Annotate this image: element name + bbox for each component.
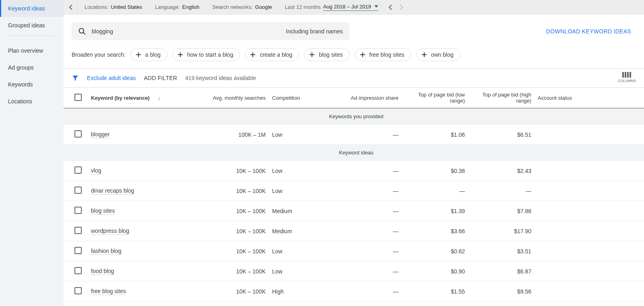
language-selector[interactable]: Language: English bbox=[149, 4, 206, 10]
date-prev-button[interactable] bbox=[385, 2, 396, 13]
columns-label: COLUMNS bbox=[618, 79, 636, 83]
cell-status bbox=[535, 181, 644, 201]
columns-button[interactable]: COLUMNS bbox=[618, 72, 636, 83]
cell-bid-low: — bbox=[402, 181, 468, 201]
col-keyword[interactable]: Keyword (by relevance)↓ bbox=[88, 88, 176, 108]
sidebar-item-ad-groups[interactable]: Ad groups bbox=[0, 59, 64, 76]
main-content: Locations: United States Language: Engli… bbox=[64, 0, 644, 306]
topbar: Locations: United States Language: Engli… bbox=[64, 0, 644, 14]
cell-bid-high: $9.56 bbox=[468, 281, 535, 302]
chip-label: how to start a blog bbox=[187, 51, 233, 58]
date-range-selector[interactable]: Last 12 months Aug 2018 – Jul 2019 bbox=[279, 4, 385, 11]
cell-impression: — bbox=[335, 161, 402, 181]
sidebar-item-keyword-ideas[interactable]: Keyword ideas bbox=[0, 0, 64, 17]
row-checkbox[interactable] bbox=[74, 267, 82, 274]
exclude-adult-toggle[interactable]: Exclude adult ideas bbox=[87, 75, 136, 81]
sidebar-item-plan-overview[interactable]: Plan overview bbox=[0, 42, 64, 59]
col-account-status[interactable]: Account status bbox=[535, 88, 644, 108]
svg-line-1 bbox=[83, 33, 85, 35]
sidebar-divider bbox=[8, 35, 56, 36]
cell-keyword: vlog bbox=[88, 161, 176, 181]
cell-keyword: wordpress blog bbox=[88, 221, 176, 241]
sort-arrow-down-icon: ↓ bbox=[158, 95, 161, 101]
cell-competition: Medium bbox=[269, 221, 335, 241]
search-icon bbox=[78, 27, 86, 35]
columns-icon bbox=[618, 72, 636, 78]
table-section-header: Keyword ideas bbox=[64, 145, 644, 161]
col-bid-low[interactable]: Top of page bid (low range) bbox=[402, 88, 468, 108]
cell-competition: Low bbox=[269, 261, 335, 281]
chip-label: create a blog bbox=[260, 51, 292, 58]
download-button[interactable]: DOWNLOAD KEYWORD IDEAS bbox=[546, 28, 636, 35]
sidebar-item-locations[interactable]: Locations bbox=[0, 93, 64, 110]
sidebar-item-keywords[interactable]: Keywords bbox=[0, 76, 64, 93]
cell-status bbox=[535, 221, 644, 241]
locations-value: United States bbox=[111, 4, 142, 10]
add-filter-button[interactable]: ADD FILTER bbox=[144, 75, 177, 81]
networks-selector[interactable]: Search networks: Google bbox=[206, 4, 278, 10]
cell-keyword: food blog bbox=[88, 261, 176, 281]
filter-icon bbox=[72, 74, 79, 82]
plus-icon bbox=[421, 52, 427, 58]
table-section-header: Keywords you provided bbox=[64, 108, 644, 125]
col-avg-searches[interactable]: Avg. monthly searches bbox=[176, 88, 269, 108]
cell-avg: 10K – 100K bbox=[176, 261, 269, 281]
cell-bid-high: $17.90 bbox=[468, 221, 535, 241]
col-impression-share[interactable]: Ad impression share bbox=[335, 88, 402, 108]
cell-bid-low: $0.62 bbox=[402, 241, 468, 261]
cell-impression: — bbox=[335, 281, 402, 302]
table-row: blog sites10K – 100KMedium—$1.39$7.88 bbox=[64, 201, 644, 221]
cell-avg: 10K – 100K bbox=[176, 281, 269, 302]
row-checkbox[interactable] bbox=[74, 207, 82, 214]
cell-bid-low: $0.90 bbox=[402, 261, 468, 281]
broaden-chip[interactable]: create a blog bbox=[245, 48, 299, 61]
table-row: dinar recaps blog10K – 100KLow——— bbox=[64, 181, 644, 201]
broaden-chip[interactable]: a blog bbox=[130, 48, 167, 61]
row-checkbox[interactable] bbox=[74, 227, 82, 234]
broaden-chip[interactable]: how to start a blog bbox=[172, 48, 240, 61]
row-checkbox[interactable] bbox=[74, 187, 82, 194]
row-checkbox[interactable] bbox=[74, 130, 82, 138]
table-row: vlog10K – 100KLow—$0.38$2.43 bbox=[64, 161, 644, 181]
search-term: blogging bbox=[92, 28, 113, 35]
cell-avg: 10K – 100K bbox=[176, 161, 269, 181]
broaden-label: Broaden your search: bbox=[72, 51, 126, 58]
cell-status bbox=[535, 201, 644, 221]
cell-impression: — bbox=[335, 221, 402, 241]
table-row: food blog10K – 100KLow—$0.90$6.87 bbox=[64, 261, 644, 281]
broaden-chip[interactable]: blog sites bbox=[304, 48, 349, 61]
cell-bid-low: $1.06 bbox=[402, 125, 468, 145]
chevron-right-icon bbox=[400, 4, 403, 10]
select-all-checkbox[interactable] bbox=[74, 94, 82, 101]
sidebar-item-grouped-ideas[interactable]: Grouped ideas bbox=[0, 17, 64, 34]
cell-competition: Low bbox=[269, 125, 335, 145]
broaden-chip[interactable]: own blog bbox=[416, 48, 460, 61]
chip-label: free blog sites bbox=[369, 51, 405, 58]
row-checkbox[interactable] bbox=[74, 166, 82, 174]
cell-avg: 100K – 1M bbox=[176, 125, 269, 145]
including-brand-names[interactable]: Including brand names bbox=[286, 28, 343, 35]
chip-label: blog sites bbox=[319, 51, 343, 58]
cell-avg: 10K – 100K bbox=[176, 201, 269, 221]
search-box[interactable]: blogging Including brand names bbox=[72, 23, 349, 40]
cell-impression: — bbox=[335, 241, 402, 261]
locations-label: Locations: bbox=[85, 4, 108, 10]
date-next-button bbox=[396, 2, 407, 13]
row-checkbox[interactable] bbox=[74, 247, 82, 254]
cell-bid-high: $7.88 bbox=[468, 201, 535, 221]
back-button[interactable] bbox=[64, 0, 78, 14]
networks-label: Search networks: bbox=[212, 4, 252, 10]
cell-bid-high: $2.43 bbox=[468, 161, 535, 181]
locations-selector[interactable]: Locations: United States bbox=[78, 4, 149, 10]
cell-keyword: blogger bbox=[88, 125, 176, 145]
cell-avg: 10K – 100K bbox=[176, 181, 269, 201]
row-checkbox[interactable] bbox=[74, 287, 82, 294]
broaden-chip[interactable]: free blog sites bbox=[355, 48, 411, 61]
cell-keyword: free blog sites bbox=[88, 281, 176, 302]
plus-icon bbox=[360, 52, 365, 58]
col-competition[interactable]: Competition bbox=[269, 88, 335, 108]
cell-bid-high: $6.87 bbox=[468, 261, 535, 281]
keyword-table: Keyword (by relevance)↓ Avg. monthly sea… bbox=[64, 88, 644, 302]
col-bid-high[interactable]: Top of page bid (high range) bbox=[468, 88, 535, 108]
plus-icon bbox=[136, 52, 141, 58]
